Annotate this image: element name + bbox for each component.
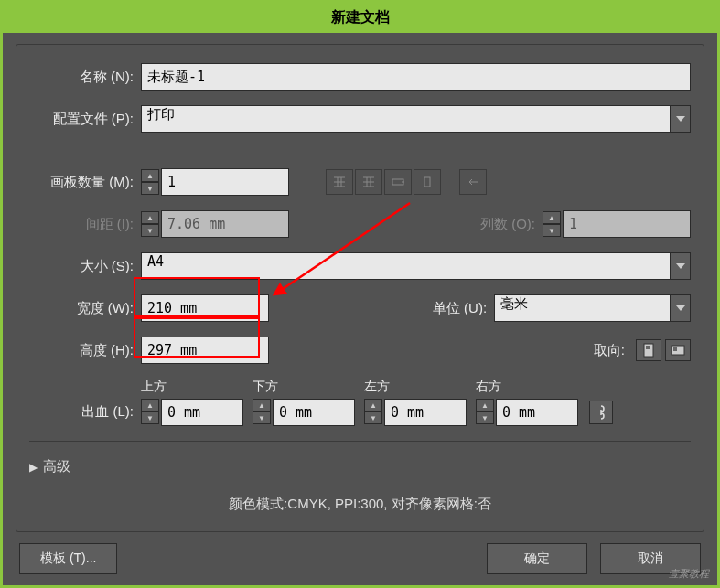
bleed-right-label: 右方 (476, 379, 578, 395)
dialog-frame: 新建文档 名称 (N): 配置文件 (P): 打印 画板数 (0, 0, 720, 588)
bleed-left-spinner: ▲ ▼ (364, 399, 382, 426)
profile-row: 配置文件 (P): 打印 (29, 105, 691, 133)
svg-rect-8 (673, 347, 677, 351)
bleed-bottom-input[interactable] (273, 399, 355, 426)
bleed-top-input[interactable] (161, 399, 243, 426)
spacing-input (161, 210, 289, 238)
orientation-portrait[interactable] (636, 339, 661, 361)
bleed-left-up[interactable]: ▲ (364, 399, 382, 412)
advanced-toggle[interactable]: ▶ 高级 (29, 454, 691, 479)
name-label: 名称 (N): (29, 69, 141, 86)
artboards-down[interactable]: ▼ (141, 182, 159, 195)
columns-down[interactable]: ▼ (543, 224, 561, 237)
spacing-spinner: ▲ ▼ (141, 211, 159, 237)
svg-rect-2 (424, 177, 430, 187)
arrange-col-icon[interactable] (414, 169, 441, 195)
bleed-left-label: 左方 (364, 379, 467, 395)
spacing-down[interactable]: ▼ (141, 224, 159, 237)
width-units-row: 宽度 (W): 单位 (U): 毫米 (29, 294, 691, 322)
height-input[interactable] (141, 337, 269, 364)
spacing-up[interactable]: ▲ (141, 211, 159, 224)
spacing-label: 间距 (I): (29, 216, 141, 233)
arrange-grid-ltr-icon[interactable] (326, 169, 353, 195)
svg-marker-3 (676, 263, 685, 269)
columns-up[interactable]: ▲ (543, 211, 561, 224)
arrange-row-ltr-icon[interactable] (384, 169, 412, 195)
spacing-columns-row: 间距 (I): ▲ ▼ 列数 (O): ▲ ▼ (29, 210, 691, 238)
bleed-left-down[interactable]: ▼ (364, 412, 382, 424)
name-row: 名称 (N): (29, 63, 691, 91)
triangle-right-icon: ▶ (29, 461, 38, 474)
artboards-row: 画板数量 (M): ▲ ▼ (29, 168, 691, 196)
ok-button[interactable]: 确定 (487, 543, 587, 574)
bleed-bottom-spinner: ▲ ▼ (253, 399, 271, 426)
landscape-icon (671, 345, 685, 356)
bleed-label: 出血 (L): (29, 403, 141, 426)
bleed-top-label: 上方 (141, 379, 243, 395)
size-row: 大小 (S): A4 (29, 252, 691, 280)
width-label: 宽度 (W): (29, 300, 141, 317)
button-row: 模板 (T)... 确定 取消 (16, 543, 704, 574)
chain-icon (596, 405, 607, 420)
bleed-bottom-down[interactable]: ▼ (253, 412, 271, 424)
chevron-down-icon (676, 116, 685, 122)
bleed-right-down[interactable]: ▼ (476, 412, 494, 424)
height-orient-row: 高度 (H): 取向: (29, 337, 691, 364)
divider (29, 155, 691, 155)
bleed-left-input[interactable] (384, 399, 467, 426)
artboards-up[interactable]: ▲ (141, 169, 159, 182)
bleed-bottom-label: 下方 (253, 379, 355, 395)
bleed-top-down[interactable]: ▼ (141, 412, 159, 424)
size-dropdown-btn[interactable] (671, 252, 691, 280)
bleed-link-button[interactable] (589, 401, 613, 424)
size-label: 大小 (S): (29, 258, 141, 275)
artboards-spinner: ▲ ▼ (141, 169, 159, 195)
bleed-right-input[interactable] (496, 399, 578, 426)
advanced-label: 高级 (43, 458, 70, 476)
profile-label: 配置文件 (P): (29, 111, 141, 128)
bleed-right-up[interactable]: ▲ (476, 399, 494, 412)
height-label: 高度 (H): (29, 342, 141, 359)
color-mode-info: 颜色模式:CMYK, PPI:300, 对齐像素网格:否 (29, 496, 691, 513)
chevron-down-icon (676, 263, 685, 269)
grid-ltr-icon (332, 176, 347, 188)
units-label: 单位 (U): (433, 300, 494, 317)
width-input[interactable] (141, 294, 269, 322)
orientation-landscape[interactable] (665, 339, 691, 361)
divider (29, 441, 691, 442)
dialog-body: 名称 (N): 配置文件 (P): 打印 画板数量 (M): ▲ (3, 33, 717, 585)
units-select[interactable]: 毫米 (494, 294, 671, 322)
size-select[interactable]: A4 (141, 252, 671, 280)
svg-rect-6 (646, 346, 650, 349)
svg-marker-0 (676, 116, 685, 122)
watermark-text: 壹聚教程 (669, 567, 709, 581)
portrait-icon (643, 343, 654, 358)
bleed-top-up[interactable]: ▲ (141, 399, 159, 412)
rtl-arrow-icon (466, 176, 480, 188)
grid-rtl-icon (361, 176, 376, 188)
artboards-label: 画板数量 (M): (29, 174, 141, 191)
settings-panel: 名称 (N): 配置文件 (P): 打印 画板数量 (M): ▲ (16, 44, 704, 532)
columns-spinner: ▲ ▼ (543, 211, 561, 237)
chevron-down-icon (676, 305, 685, 311)
artboards-input[interactable] (161, 168, 289, 196)
arrange-grid-rtl-icon[interactable] (355, 169, 382, 195)
columns-label: 列数 (O): (480, 216, 543, 233)
bleed-right-spinner: ▲ ▼ (476, 399, 494, 426)
columns-input (563, 210, 691, 238)
name-input[interactable] (141, 63, 691, 91)
row-ltr-icon (391, 176, 405, 188)
units-dropdown-btn[interactable] (671, 294, 691, 322)
bleed-bottom-up[interactable]: ▲ (253, 399, 271, 412)
svg-marker-4 (676, 305, 685, 311)
bleed-row: 出血 (L): 上方 ▲ ▼ 下方 ▲ (29, 379, 691, 426)
bleed-top-spinner: ▲ ▼ (141, 399, 159, 426)
orientation-label: 取向: (594, 342, 632, 359)
direction-rtl-icon[interactable] (459, 169, 487, 195)
col-icon (420, 176, 435, 188)
template-button[interactable]: 模板 (T)... (19, 543, 117, 574)
profile-select[interactable]: 打印 (141, 105, 671, 133)
dialog-title: 新建文档 (3, 3, 717, 33)
profile-dropdown-btn[interactable] (671, 105, 691, 133)
